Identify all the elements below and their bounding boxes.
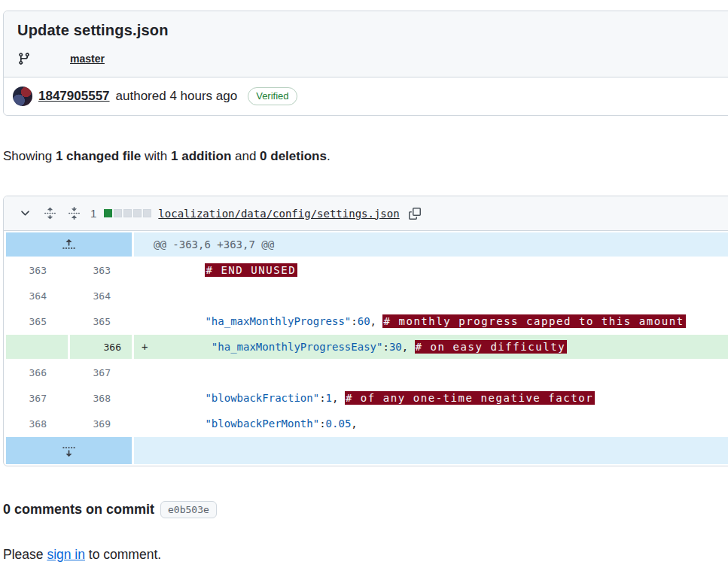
chevron-down-icon <box>19 207 32 220</box>
comments-count-text: 0 comments on commit <box>3 502 154 518</box>
signin-prefix: Please <box>3 547 47 562</box>
summary-changed-files: 1 changed file <box>56 149 141 163</box>
code-segment-pl: : <box>319 392 325 404</box>
code-segment-num: 60 <box>358 315 370 327</box>
authored-text: authored 4 hours ago <box>116 89 238 104</box>
diffstat-neutral-square <box>123 209 132 217</box>
commit-header-box: Update settings.json master 1847905557 a… <box>3 11 728 116</box>
summary-additions: 1 addition <box>171 149 231 163</box>
old-line-number[interactable]: 363 <box>6 258 68 282</box>
verified-badge[interactable]: Verified <box>248 87 297 105</box>
code-segment-inv: # END UNUSED <box>205 263 297 277</box>
diff-line-context: 368369 "blowbackPerMonth":0.05, <box>6 411 728 436</box>
collapse-icon <box>68 207 81 220</box>
old-line-number[interactable]: 365 <box>6 309 68 333</box>
branch-link[interactable]: master <box>70 53 105 65</box>
summary-prefix: Showing <box>3 149 56 163</box>
file-path-link[interactable]: localization/data/config/settings.json <box>158 208 399 220</box>
code-segment-pl: , <box>402 341 415 353</box>
code-segment-pl <box>154 418 205 430</box>
comments-heading: 0 comments on commit e0b503e <box>3 501 728 518</box>
code-segment-pl <box>154 315 205 327</box>
new-line-number[interactable]: 369 <box>70 411 132 436</box>
commit-title: Update settings.json <box>17 22 728 39</box>
git-branch-icon <box>17 52 31 65</box>
old-line-number[interactable]: 364 <box>6 284 68 308</box>
code-segment-num: 30 <box>389 341 402 353</box>
code-segment-str: "ha_maxMonthlyProgressEasy" <box>212 341 383 353</box>
expand-down-icon <box>62 444 76 458</box>
summary-deletions: 0 deletions <box>260 149 327 163</box>
diff-table: @@ -363,6 +363,7 @@363363 # END UNUSED36… <box>4 231 728 466</box>
expand-down-button[interactable] <box>6 437 132 464</box>
code-segment-inv: # of any one-time negative factor <box>345 391 595 405</box>
expand-up-button[interactable] <box>6 232 132 257</box>
code-segment-pl: : <box>351 315 357 327</box>
diff-marker: + <box>142 341 154 353</box>
commit-sha-chip: e0b503e <box>160 501 217 518</box>
line-code <box>134 360 728 384</box>
signin-prompt: Please sign in to comment. <box>3 547 728 563</box>
expand-all-button[interactable] <box>44 207 56 220</box>
diff-line-context: 367368 "blowbackFraction":1, # of any on… <box>6 386 728 410</box>
line-code: # END UNUSED <box>134 258 728 282</box>
author-row: 1847905557 authored 4 hours ago Verified <box>4 77 728 115</box>
old-line-number[interactable]: 367 <box>6 386 68 410</box>
summary-period: . <box>327 149 330 163</box>
old-line-number[interactable] <box>6 335 68 359</box>
collapse-expanded-button[interactable] <box>68 207 81 220</box>
expand-all-icon <box>44 207 56 220</box>
new-line-number[interactable]: 367 <box>70 360 132 384</box>
new-line-number[interactable]: 364 <box>70 284 132 308</box>
diffstat-neutral-square <box>143 209 151 217</box>
old-line-number[interactable]: 366 <box>6 360 68 384</box>
new-line-number[interactable]: 365 <box>70 309 132 333</box>
code-segment-num: 1 <box>326 392 332 404</box>
code-segment-pl: : <box>319 418 325 430</box>
diff-file-header: 1 localization/data/config/settings.json <box>4 196 728 231</box>
new-line-number[interactable]: 368 <box>70 386 132 410</box>
expand-down-filler <box>134 437 728 464</box>
line-code: "ha_maxMonthlyProgress":60, # monthly pr… <box>134 309 728 333</box>
expand-down-row <box>6 437 728 464</box>
diff-line-context: 363363 # END UNUSED <box>6 258 728 282</box>
collapse-file-chevron-button[interactable] <box>19 207 32 220</box>
branch-row: master <box>17 50 728 67</box>
code-segment-pl: , <box>351 418 357 430</box>
changes-summary: Showing 1 changed file with 1 addition a… <box>3 149 728 164</box>
code-segment-pl <box>154 264 205 276</box>
diff-line-context: 366367 <box>6 360 728 384</box>
code-segment-num: 0.05 <box>326 418 352 430</box>
code-segment-pl <box>154 341 212 353</box>
author-avatar[interactable] <box>13 87 32 106</box>
author-link[interactable]: 1847905557 <box>38 89 110 104</box>
old-line-number[interactable]: 368 <box>6 411 68 436</box>
signin-suffix: to comment. <box>85 547 161 562</box>
code-segment-inv: # monthly progress capped to this amount <box>382 314 685 328</box>
diff-line-context: 364364 <box>6 284 728 308</box>
new-line-number[interactable]: 366 <box>70 335 132 359</box>
new-line-number[interactable]: 363 <box>70 258 132 282</box>
diffstat-added-square <box>104 209 112 217</box>
code-segment-str: "blowbackPerMonth" <box>205 418 319 430</box>
line-code: + "ha_maxMonthlyProgressEasy":30, # on e… <box>134 335 728 359</box>
diffstat-neutral-square <box>133 209 142 217</box>
copy-icon <box>409 208 421 220</box>
code-segment-str: "blowbackFraction" <box>205 392 319 404</box>
code-segment-pl <box>154 392 205 404</box>
expand-up-icon <box>62 238 76 252</box>
copy-path-button[interactable] <box>409 208 421 220</box>
sign-in-link[interactable]: sign in <box>47 547 85 562</box>
diff-line-added: 366+ "ha_maxMonthlyProgressEasy":30, # o… <box>6 335 728 359</box>
hunk-header-row: @@ -363,6 +363,7 @@ <box>6 232 728 257</box>
line-code: "blowbackFraction":1, # of any one-time … <box>134 386 728 410</box>
summary-and: and <box>231 149 260 163</box>
code-segment-pl: : <box>382 341 388 353</box>
diffstat-squares <box>104 209 151 217</box>
diff-file-box: 1 localization/data/config/settings.json… <box>3 196 728 466</box>
diffstat-neutral-square <box>114 209 122 217</box>
commit-head-section: Update settings.json master <box>4 11 728 77</box>
code-segment-pl: , <box>332 392 345 404</box>
changed-lines-count: 1 <box>90 207 96 220</box>
hunk-header-text: @@ -363,6 +363,7 @@ <box>134 232 728 257</box>
